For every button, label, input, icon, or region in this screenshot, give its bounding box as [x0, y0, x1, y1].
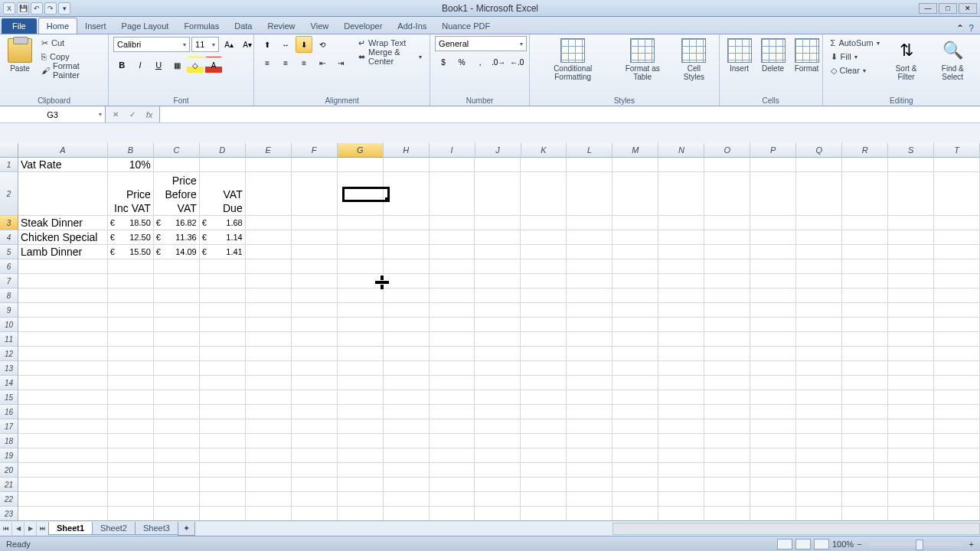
cell-L11[interactable]: [567, 332, 612, 347]
cell-R20[interactable]: [842, 463, 888, 478]
cell-F23[interactable]: [292, 507, 338, 520]
cell-O10[interactable]: [704, 318, 750, 332]
cell-D18[interactable]: [200, 434, 246, 448]
cell-T16[interactable]: [934, 405, 980, 419]
cell-F21[interactable]: [292, 478, 338, 492]
cell-N13[interactable]: [658, 361, 704, 376]
cell-O18[interactable]: [704, 434, 750, 448]
cell-K5[interactable]: [521, 245, 567, 259]
cell-E16[interactable]: [246, 405, 292, 419]
column-header-A[interactable]: A: [18, 143, 108, 158]
cell-Q19[interactable]: [796, 448, 842, 463]
cell-O12[interactable]: [704, 347, 750, 361]
cell-S11[interactable]: [888, 332, 934, 347]
cell-styles-button[interactable]: Cell Styles: [674, 36, 714, 83]
cell-M16[interactable]: [612, 405, 658, 419]
cell-S13[interactable]: [888, 361, 934, 376]
cell-K2[interactable]: [521, 172, 567, 216]
cell-R14[interactable]: [842, 376, 888, 390]
cell-S16[interactable]: [888, 405, 934, 419]
cell-S7[interactable]: [888, 274, 934, 289]
cell-L7[interactable]: [567, 274, 612, 289]
cell-A15[interactable]: [18, 390, 108, 405]
cell-B4[interactable]: €12.50: [108, 230, 154, 245]
cell-B10[interactable]: [108, 318, 154, 332]
cell-B22[interactable]: [108, 492, 154, 507]
cell-T2[interactable]: [934, 172, 980, 216]
sheet-tab-1[interactable]: Sheet1: [48, 522, 93, 535]
cell-B8[interactable]: [108, 289, 154, 303]
cell-H14[interactable]: [384, 376, 430, 390]
cell-C21[interactable]: [154, 478, 200, 492]
cell-P3[interactable]: [750, 216, 796, 230]
cell-F3[interactable]: [292, 216, 338, 230]
cell-F8[interactable]: [292, 289, 338, 303]
cell-T18[interactable]: [934, 434, 980, 448]
cell-P18[interactable]: [750, 434, 796, 448]
cell-I18[interactable]: [430, 434, 475, 448]
cell-A20[interactable]: [18, 463, 108, 478]
cell-Q16[interactable]: [796, 405, 842, 419]
cell-R16[interactable]: [842, 405, 888, 419]
align-top-button[interactable]: ⬆: [259, 36, 276, 53]
cell-D6[interactable]: [200, 259, 246, 274]
cell-O22[interactable]: [704, 492, 750, 507]
qat-dropdown-icon[interactable]: ▾: [58, 2, 70, 15]
cell-A22[interactable]: [18, 492, 108, 507]
cell-T20[interactable]: [934, 463, 980, 478]
cell-Q5[interactable]: [796, 245, 842, 259]
row-header-17[interactable]: 17: [0, 419, 18, 434]
cell-H17[interactable]: [384, 419, 430, 434]
cell-C7[interactable]: [154, 274, 200, 289]
cell-A9[interactable]: [18, 303, 108, 318]
cell-E21[interactable]: [246, 478, 292, 492]
cell-D8[interactable]: [200, 289, 246, 303]
cell-M2[interactable]: [612, 172, 658, 216]
cell-D11[interactable]: [200, 332, 246, 347]
cell-I15[interactable]: [430, 390, 475, 405]
cell-K8[interactable]: [521, 289, 567, 303]
cell-A4[interactable]: Chicken Special: [18, 230, 108, 245]
align-middle-button[interactable]: ↔: [277, 36, 294, 53]
cell-O21[interactable]: [704, 478, 750, 492]
row-header-21[interactable]: 21: [0, 478, 18, 492]
zoom-in-button[interactable]: +: [969, 540, 974, 549]
row-header-8[interactable]: 8: [0, 289, 18, 303]
format-as-table-button[interactable]: Format as Table: [614, 36, 671, 83]
row-header-13[interactable]: 13: [0, 361, 18, 376]
cell-P20[interactable]: [750, 463, 796, 478]
cell-F6[interactable]: [292, 259, 338, 274]
cell-D16[interactable]: [200, 405, 246, 419]
cell-A7[interactable]: [18, 274, 108, 289]
column-header-D[interactable]: D: [200, 143, 246, 158]
cell-D2[interactable]: VAT Due: [200, 172, 246, 216]
cell-N23[interactable]: [658, 507, 704, 520]
cell-C11[interactable]: [154, 332, 200, 347]
cell-B23[interactable]: [108, 507, 154, 520]
cell-C4[interactable]: €11.36: [154, 230, 200, 245]
cell-B17[interactable]: [108, 419, 154, 434]
cell-K3[interactable]: [521, 216, 567, 230]
cell-F14[interactable]: [292, 376, 338, 390]
cell-F13[interactable]: [292, 361, 338, 376]
cell-O16[interactable]: [704, 405, 750, 419]
cell-T21[interactable]: [934, 478, 980, 492]
cell-G18[interactable]: [338, 434, 384, 448]
cell-P4[interactable]: [750, 230, 796, 245]
cell-G22[interactable]: [338, 492, 384, 507]
insert-cells-button[interactable]: Insert: [724, 36, 755, 75]
cell-Q15[interactable]: [796, 390, 842, 405]
cell-L22[interactable]: [567, 492, 612, 507]
cell-L10[interactable]: [567, 318, 612, 332]
cell-A12[interactable]: [18, 347, 108, 361]
cell-H18[interactable]: [384, 434, 430, 448]
cell-T4[interactable]: [934, 230, 980, 245]
cell-T7[interactable]: [934, 274, 980, 289]
cell-S17[interactable]: [888, 419, 934, 434]
cell-N6[interactable]: [658, 259, 704, 274]
cell-B5[interactable]: €15.50: [108, 245, 154, 259]
cell-K11[interactable]: [521, 332, 567, 347]
cell-S20[interactable]: [888, 463, 934, 478]
cell-R11[interactable]: [842, 332, 888, 347]
cell-N5[interactable]: [658, 245, 704, 259]
